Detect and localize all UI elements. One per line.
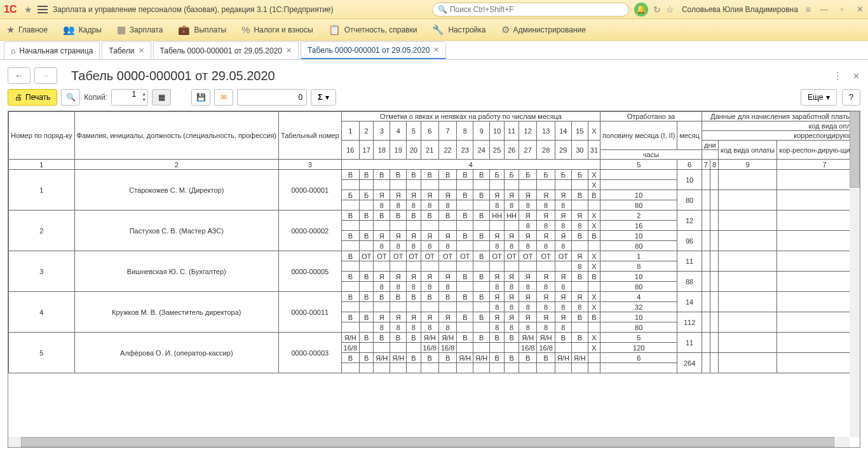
menu-icon-6: 🔧 [432, 24, 444, 36]
minimize-icon[interactable]: — [820, 5, 829, 14]
search-icon: 🔍 [438, 5, 447, 14]
scrollbar-vertical[interactable] [850, 111, 860, 437]
menu-5[interactable]: 📋Отчетность, справки [329, 24, 417, 36]
menu-icon-2: ▦ [117, 24, 126, 36]
scrollbar-horizontal[interactable] [8, 437, 850, 447]
back-button[interactable]: ← [8, 67, 31, 84]
tab-0[interactable]: ⌂Начальная страница [4, 41, 100, 59]
copies-value: 1 [132, 90, 137, 99]
copies-label: Копий: [84, 93, 107, 102]
page-value: 0 [299, 93, 303, 102]
close-window-icon[interactable]: ✕ [855, 5, 864, 14]
tab-2[interactable]: Табель 0000-000001 от 29.05.2020 ✕ [153, 41, 299, 59]
search-box[interactable]: 🔍 [432, 3, 629, 17]
menu-icon-1: 👥 [63, 24, 75, 36]
menu-4[interactable]: %Налоги и взносы [241, 24, 313, 35]
menu-icon-3: 💼 [178, 24, 190, 36]
more-icon[interactable]: ⋮ [832, 70, 843, 82]
grid-button[interactable]: ▦ [152, 89, 171, 106]
save-button[interactable]: 💾 [191, 89, 210, 106]
tab-close-icon[interactable]: ✕ [286, 46, 292, 55]
search-input[interactable] [450, 5, 623, 14]
more-button[interactable]: Еще ▾ [801, 89, 837, 106]
app-title: Зарплата и управление персоналом (базова… [53, 5, 334, 14]
menu-7[interactable]: ⚙Администрирование [501, 24, 586, 36]
preview-button[interactable]: 🔍 [61, 89, 80, 106]
menu-2[interactable]: ▦Зарплата [117, 24, 163, 36]
page-input[interactable]: 0 [237, 89, 307, 106]
menu-icon-4: % [241, 24, 250, 35]
app-logo: 1C [4, 4, 19, 15]
tab-close-icon[interactable]: ✕ [433, 46, 439, 54]
menu-icon[interactable] [37, 6, 48, 13]
menu-icon-0: ★ [6, 24, 15, 36]
star-icon[interactable]: ☆ [666, 4, 674, 15]
close-page-icon[interactable]: ✕ [851, 71, 860, 80]
copies-input[interactable]: 1 ▲▼ [111, 89, 148, 106]
menu-icon-5: 📋 [329, 24, 341, 36]
home-icon: ⌂ [11, 46, 15, 55]
tab-close-icon[interactable]: ✕ [139, 46, 144, 55]
favorite-icon[interactable]: ★ [24, 4, 32, 15]
filter-icon[interactable]: ≡ [806, 4, 811, 15]
tab-1[interactable]: Табели ✕ [102, 41, 151, 59]
page-title: Табель 0000-000001 от 29.05.2020 [71, 69, 275, 83]
menu-0[interactable]: ★Главное [6, 24, 48, 36]
print-button[interactable]: 🖨 Печать [8, 89, 57, 106]
print-label: Печать [25, 93, 50, 102]
more-label: Еще [808, 93, 823, 102]
notification-bell-icon[interactable]: 🔔 [634, 3, 648, 17]
print-icon: 🖨 [15, 93, 22, 102]
user-name[interactable]: Соловьева Юлия Владимировна [682, 5, 798, 14]
menu-3[interactable]: 💼Выплаты [178, 24, 226, 36]
history-icon[interactable]: ↻ [653, 4, 661, 15]
menu-icon-7: ⚙ [501, 24, 510, 36]
tab-3[interactable]: Табель 0000-000001 от 29.05.2020 ✕ [301, 41, 446, 59]
sum-button[interactable]: Σ ▾ [311, 89, 336, 106]
menu-6[interactable]: 🔧Настройка [432, 24, 485, 36]
menu-1[interactable]: 👥Кадры [63, 24, 102, 36]
forward-button[interactable]: → [34, 67, 57, 84]
spin-icon[interactable]: ▲▼ [142, 91, 146, 102]
maximize-icon[interactable]: ▫ [837, 5, 846, 14]
help-button[interactable]: ? [842, 89, 860, 106]
mail-button[interactable]: ✉ [214, 89, 233, 106]
